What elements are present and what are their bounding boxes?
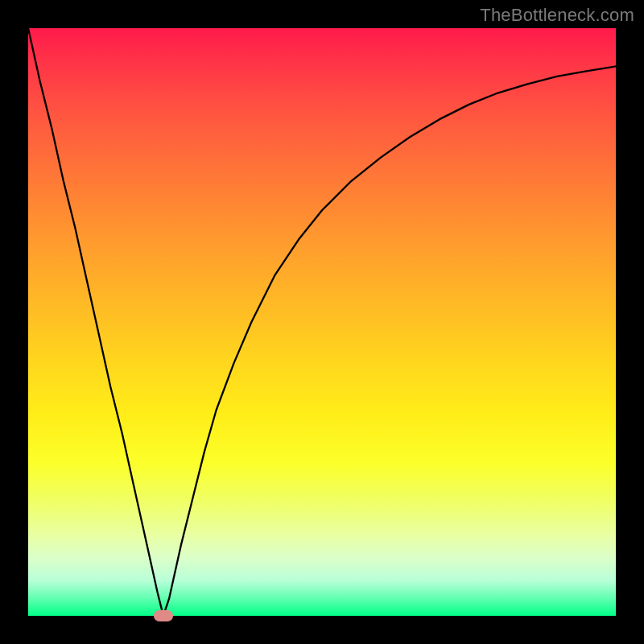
watermark-text: TheBottleneck.com xyxy=(480,5,634,26)
bottleneck-curve xyxy=(28,28,616,616)
plot-area xyxy=(28,28,616,616)
optimal-point-marker xyxy=(154,610,173,621)
chart-frame: TheBottleneck.com xyxy=(0,0,644,644)
